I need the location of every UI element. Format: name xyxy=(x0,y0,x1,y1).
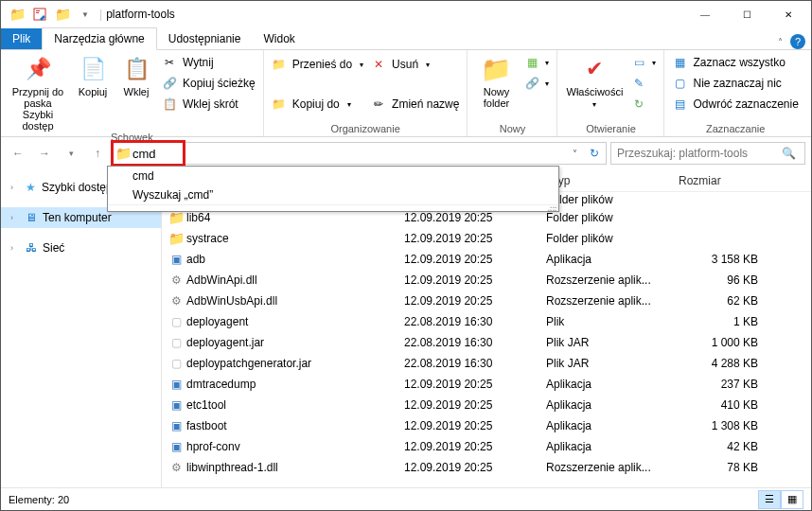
table-row[interactable]: ⚙libwinpthread-1.dll12.09.2019 20:25Rozs… xyxy=(162,457,811,478)
delete-button[interactable]: ✕Usuń▾ xyxy=(369,54,461,75)
file-size: 237 KB xyxy=(673,378,758,391)
file-date: 12.09.2019 20:25 xyxy=(404,398,546,412)
properties-qat-icon[interactable] xyxy=(29,4,50,25)
file-icon: ▣ xyxy=(166,253,186,266)
file-size: 3 158 KB xyxy=(673,253,758,266)
newitem-button[interactable]: ▦▾ xyxy=(522,52,551,73)
moveto-button[interactable]: 📁Przenieś do▾ xyxy=(270,54,365,75)
copypath-button[interactable]: 🔗Kopiuj ścieżkę xyxy=(160,73,257,94)
svg-rect-1 xyxy=(36,10,40,11)
table-row[interactable]: ▣hprof-conv12.09.2019 20:25Aplikacja42 K… xyxy=(162,436,811,457)
address-bar[interactable]: 📁 ˅ ↻ xyxy=(113,142,607,165)
file-icon: ▣ xyxy=(166,440,186,453)
address-input[interactable] xyxy=(132,144,566,163)
close-button[interactable]: ✕ xyxy=(768,1,809,27)
cut-button[interactable]: ✂Wytnij xyxy=(160,52,257,73)
invertsel-button[interactable]: ▤Odwróć zaznaczenie xyxy=(670,94,800,115)
file-icon: ▢ xyxy=(166,315,186,328)
table-row[interactable]: ▣fastboot12.09.2019 20:25Aplikacja1 308 … xyxy=(162,415,811,436)
rename-icon: ✏ xyxy=(371,97,386,111)
edit-button[interactable]: ✎ xyxy=(629,73,658,94)
newfolder-button[interactable]: 📁 Nowy folder xyxy=(473,52,519,109)
search-icon[interactable]: 🔍 xyxy=(782,147,804,160)
maximize-button[interactable]: ☐ xyxy=(726,1,768,27)
file-icon: ▢ xyxy=(166,357,186,370)
table-row[interactable]: ▢deploypatchgenerator.jar22.08.2019 16:3… xyxy=(162,353,811,374)
rename-button[interactable]: ✏Zmień nazwę xyxy=(369,94,461,115)
folder-icon: 📁 xyxy=(7,4,27,25)
file-size: 78 KB xyxy=(673,461,758,474)
col-type[interactable]: Typ xyxy=(546,174,673,187)
tab-file[interactable]: Plik xyxy=(1,28,42,49)
selectnone-button[interactable]: ▢Nie zaznaczaj nic xyxy=(670,73,800,94)
up-button[interactable]: ↑ xyxy=(86,142,109,165)
file-icon: 📁 xyxy=(166,231,186,246)
paste-button[interactable]: 📋 Wklej xyxy=(116,52,156,97)
table-row[interactable]: 📁systrace12.09.2019 20:25Folder plików xyxy=(162,228,811,249)
search-box[interactable]: 🔍 xyxy=(610,142,805,165)
file-name: AdbWinUsbApi.dll xyxy=(186,294,404,308)
copy-icon: 📄 xyxy=(78,54,108,84)
table-row[interactable]: ▣adb12.09.2019 20:25Aplikacja3 158 KB xyxy=(162,249,811,270)
file-type: Rozszerzenie aplik... xyxy=(546,294,673,308)
pin-button[interactable]: 📌 Przypnij do paska Szybki dostęp xyxy=(7,52,69,132)
table-row[interactable]: ▢deployagent.jar22.08.2019 16:30Plik JAR… xyxy=(162,332,811,353)
search-input[interactable] xyxy=(611,147,782,160)
file-size: 42 KB xyxy=(673,440,758,453)
help-icon[interactable]: ? xyxy=(790,34,805,49)
expand-icon[interactable]: › xyxy=(10,213,20,222)
pasteshortcut-button[interactable]: 📋Wklej skrót xyxy=(160,94,257,115)
group-organize-label: Organizowanie xyxy=(270,123,462,136)
selectall-button[interactable]: ▦Zaznacz wszystko xyxy=(670,52,800,73)
open-button[interactable]: ▭▾ xyxy=(629,52,658,73)
expand-icon[interactable]: › xyxy=(10,183,20,192)
suggest-search-cmd[interactable]: Wyszukaj „cmd” xyxy=(108,185,558,204)
folder-qat-icon[interactable]: 📁 xyxy=(52,4,73,25)
file-type: Folder plików xyxy=(546,211,673,224)
expand-icon[interactable]: › xyxy=(10,243,20,253)
back-button[interactable]: ← xyxy=(7,142,29,165)
copyto-button[interactable]: 📁Kopiuj do▾ xyxy=(270,94,365,115)
ribbon-collapse-icon[interactable]: ˄ xyxy=(778,37,783,47)
status-count: Elementy: 20 xyxy=(9,494,69,505)
tab-view[interactable]: Widok xyxy=(252,28,306,49)
file-type: Plik JAR xyxy=(546,336,673,349)
file-icon: ▢ xyxy=(166,336,186,349)
address-dropdown-icon[interactable]: ˅ xyxy=(566,149,583,159)
table-row[interactable]: ⚙AdbWinApi.dll12.09.2019 20:25Rozszerzen… xyxy=(162,270,811,291)
file-name: lib64 xyxy=(186,211,404,224)
recent-button[interactable]: ▾ xyxy=(60,142,82,165)
copy-button[interactable]: 📄 Kopiuj xyxy=(73,52,113,97)
tab-home[interactable]: Narzędzia główne xyxy=(42,27,156,50)
refresh-icon[interactable]: ↻ xyxy=(583,147,606,160)
network-icon: 🖧 xyxy=(26,241,37,255)
qat-customize-icon[interactable]: ▼ xyxy=(75,4,96,25)
forward-button[interactable]: → xyxy=(33,142,56,165)
col-size[interactable]: Rozmiar xyxy=(673,174,758,187)
file-type: Folder plików xyxy=(546,232,673,245)
minimize-button[interactable]: — xyxy=(684,1,726,27)
properties-button[interactable]: ✔ Właściwości ▾ xyxy=(563,52,626,109)
copyto-icon: 📁 xyxy=(272,97,287,111)
selectnone-icon: ▢ xyxy=(672,77,687,90)
file-name: libwinpthread-1.dll xyxy=(186,461,404,474)
tab-share[interactable]: Udostępnianie xyxy=(157,28,253,49)
file-date: 12.09.2019 20:25 xyxy=(404,378,546,391)
history-button[interactable]: ↻ xyxy=(629,94,658,115)
invertsel-icon: ▤ xyxy=(672,97,687,111)
resize-grip-icon[interactable]: ⣠⣤ xyxy=(108,204,558,211)
file-name: deploypatchgenerator.jar xyxy=(186,357,404,370)
file-name: dmtracedump xyxy=(186,378,404,391)
view-details-button[interactable]: ☰ xyxy=(758,490,781,509)
view-large-button[interactable]: ▦ xyxy=(781,490,803,509)
table-row[interactable]: ⚙AdbWinUsbApi.dll12.09.2019 20:25Rozszer… xyxy=(162,291,811,311)
table-row[interactable]: ▣dmtracedump12.09.2019 20:25Aplikacja237… xyxy=(162,374,811,395)
suggest-cmd[interactable]: cmd xyxy=(108,167,558,185)
easyaccess-button[interactable]: 🔗▾ xyxy=(522,73,551,94)
file-date: 22.08.2019 16:30 xyxy=(404,336,546,349)
file-name: adb xyxy=(186,253,404,266)
table-row[interactable]: ▣etc1tool12.09.2019 20:25Aplikacja410 KB xyxy=(162,395,811,415)
file-type: Aplikacja xyxy=(546,419,673,432)
table-row[interactable]: ▢deployagent22.08.2019 16:30Plik1 KB xyxy=(162,311,811,332)
sidebar-network[interactable]: ›🖧Sieć xyxy=(1,238,161,258)
